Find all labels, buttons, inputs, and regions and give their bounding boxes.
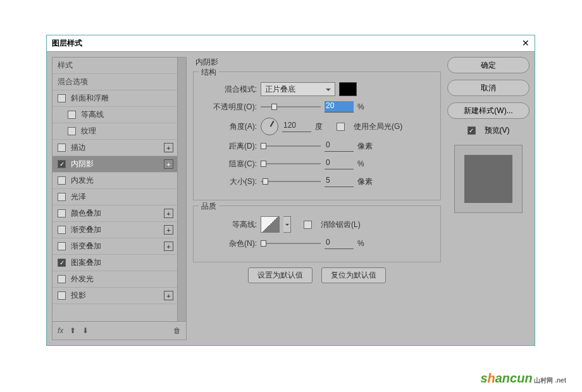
fx-icon[interactable]: fx bbox=[58, 326, 63, 335]
global-light-checkbox[interactable] bbox=[337, 123, 345, 131]
plus-icon[interactable]: + bbox=[164, 225, 173, 235]
preview-swatch bbox=[464, 155, 512, 203]
trash-icon[interactable]: 🗑 bbox=[173, 326, 181, 335]
style-checkbox[interactable] bbox=[58, 144, 66, 152]
style-item-9[interactable]: 渐变叠加+ bbox=[53, 238, 177, 255]
style-checkbox[interactable] bbox=[58, 242, 66, 250]
angle-input[interactable]: 120 bbox=[282, 121, 311, 132]
contour-swatch[interactable] bbox=[261, 216, 280, 233]
close-icon[interactable]: ✕ bbox=[522, 38, 529, 48]
style-item-0[interactable]: 斜面和浮雕 bbox=[53, 90, 177, 107]
style-checkbox[interactable] bbox=[58, 193, 66, 201]
style-item-label: 图案叠加 bbox=[71, 257, 101, 268]
sidebar-header-blend[interactable]: 混合选项 bbox=[53, 74, 177, 90]
style-item-8[interactable]: 渐变叠加+ bbox=[53, 222, 177, 238]
preview-box bbox=[454, 145, 523, 213]
style-checkbox[interactable] bbox=[68, 111, 76, 119]
style-item-12[interactable]: 投影+ bbox=[53, 288, 177, 304]
ok-button[interactable]: 确定 bbox=[447, 57, 529, 73]
distance-input[interactable]: 0 bbox=[325, 140, 354, 152]
contour-label: 等高线: bbox=[200, 219, 257, 230]
noise-slider[interactable] bbox=[261, 239, 321, 248]
styles-sidebar: 样式 混合选项 斜面和浮雕等高线纹理描边+✓内阴影+内发光光泽颜色叠加+渐变叠加… bbox=[52, 57, 187, 340]
angle-label: 角度(A): bbox=[200, 121, 257, 132]
angle-dial[interactable] bbox=[261, 118, 278, 135]
style-item-11[interactable]: 外发光 bbox=[53, 271, 177, 288]
style-item-label: 渐变叠加 bbox=[71, 224, 101, 235]
contour-dropdown-icon[interactable] bbox=[283, 216, 291, 233]
style-checkbox[interactable]: ✓ bbox=[58, 259, 66, 267]
style-item-label: 投影 bbox=[71, 290, 86, 301]
dialog-title: 图层样式 bbox=[52, 38, 82, 49]
style-checkbox[interactable] bbox=[58, 275, 66, 283]
arrow-up-icon[interactable]: ⬆ bbox=[70, 326, 76, 335]
style-item-label: 外发光 bbox=[71, 274, 94, 285]
opacity-input[interactable]: 20 bbox=[325, 101, 354, 113]
size-unit: 像素 bbox=[357, 176, 375, 187]
distance-label: 距离(D): bbox=[200, 141, 257, 152]
style-item-label: 斜面和浮雕 bbox=[71, 93, 109, 104]
style-checkbox[interactable] bbox=[58, 176, 66, 185]
style-checkbox[interactable] bbox=[58, 94, 66, 102]
preview-checkbox[interactable]: ✓ bbox=[467, 126, 476, 135]
make-default-button[interactable]: 设置为默认值 bbox=[248, 267, 313, 283]
reset-default-button[interactable]: 复位为默认值 bbox=[321, 267, 386, 283]
style-item-7[interactable]: 颜色叠加+ bbox=[53, 205, 177, 222]
scrollbar[interactable] bbox=[177, 58, 186, 321]
size-input[interactable]: 5 bbox=[325, 176, 354, 187]
style-item-5[interactable]: 内发光 bbox=[53, 173, 177, 189]
blend-mode-label: 混合模式: bbox=[200, 84, 257, 95]
style-checkbox[interactable]: ✓ bbox=[58, 160, 66, 168]
opacity-label: 不透明度(O): bbox=[200, 102, 257, 113]
sidebar-footer: fx ⬆ ⬇ 🗑 bbox=[53, 322, 186, 340]
style-item-label: 纹理 bbox=[81, 126, 96, 137]
style-item-4[interactable]: ✓内阴影+ bbox=[53, 156, 177, 173]
color-swatch[interactable] bbox=[339, 82, 357, 96]
style-item-label: 颜色叠加 bbox=[71, 208, 101, 219]
choke-input[interactable]: 0 bbox=[325, 158, 354, 169]
style-item-1[interactable]: 等高线 bbox=[53, 107, 177, 123]
choke-slider[interactable] bbox=[261, 159, 321, 168]
style-checkbox[interactable] bbox=[68, 127, 76, 135]
distance-slider[interactable] bbox=[261, 142, 321, 150]
style-item-label: 等高线 bbox=[81, 109, 104, 120]
style-item-2[interactable]: 纹理 bbox=[53, 123, 177, 140]
plus-icon[interactable]: + bbox=[164, 242, 173, 251]
blend-mode-select[interactable]: 正片叠底 bbox=[261, 82, 335, 96]
styles-list: 样式 混合选项 斜面和浮雕等高线纹理描边+✓内阴影+内发光光泽颜色叠加+渐变叠加… bbox=[53, 58, 177, 321]
watermark-logo: shancun 山村网 .net bbox=[480, 371, 566, 386]
plus-icon[interactable]: + bbox=[164, 291, 173, 300]
titlebar: 图层样式 ✕ bbox=[47, 35, 535, 52]
choke-label: 阻塞(C): bbox=[200, 159, 257, 169]
style-checkbox[interactable] bbox=[58, 291, 66, 300]
noise-unit: % bbox=[357, 239, 375, 248]
structure-legend: 结构 bbox=[199, 67, 219, 78]
style-checkbox[interactable] bbox=[58, 209, 66, 217]
style-item-6[interactable]: 光泽 bbox=[53, 189, 177, 205]
noise-input[interactable]: 0 bbox=[325, 238, 354, 249]
distance-unit: 像素 bbox=[357, 141, 375, 152]
style-item-10[interactable]: ✓图案叠加 bbox=[53, 255, 177, 271]
opacity-slider[interactable] bbox=[261, 102, 321, 111]
antialias-label: 消除锯齿(L) bbox=[321, 219, 361, 230]
style-item-3[interactable]: 描边+ bbox=[53, 140, 177, 156]
right-panel: 确定 取消 新建样式(W)... ✓ 预览(V) bbox=[447, 57, 529, 340]
angle-unit: 度 bbox=[315, 121, 333, 132]
antialias-checkbox[interactable] bbox=[304, 221, 312, 229]
arrow-down-icon[interactable]: ⬇ bbox=[82, 326, 89, 335]
new-style-button[interactable]: 新建样式(W)... bbox=[447, 102, 529, 119]
style-checkbox[interactable] bbox=[58, 226, 66, 234]
style-item-label: 描边 bbox=[71, 142, 86, 153]
choke-unit: % bbox=[357, 159, 375, 168]
size-label: 大小(S): bbox=[200, 176, 257, 187]
structure-fieldset: 结构 混合模式: 正片叠底 不透明度(O): 20 % 角度(A): 120 度 bbox=[193, 71, 441, 200]
plus-icon[interactable]: + bbox=[164, 143, 173, 152]
plus-icon[interactable]: + bbox=[164, 159, 173, 169]
sidebar-header-styles[interactable]: 样式 bbox=[53, 58, 177, 74]
layer-style-dialog: 图层样式 ✕ 样式 混合选项 斜面和浮雕等高线纹理描边+✓内阴影+内发光光泽颜色… bbox=[46, 35, 535, 346]
preview-toggle[interactable]: ✓ 预览(V) bbox=[447, 125, 529, 136]
plus-icon[interactable]: + bbox=[164, 209, 173, 218]
cancel-button[interactable]: 取消 bbox=[447, 80, 529, 96]
size-slider[interactable] bbox=[261, 177, 321, 186]
style-item-label: 渐变叠加 bbox=[71, 241, 101, 252]
